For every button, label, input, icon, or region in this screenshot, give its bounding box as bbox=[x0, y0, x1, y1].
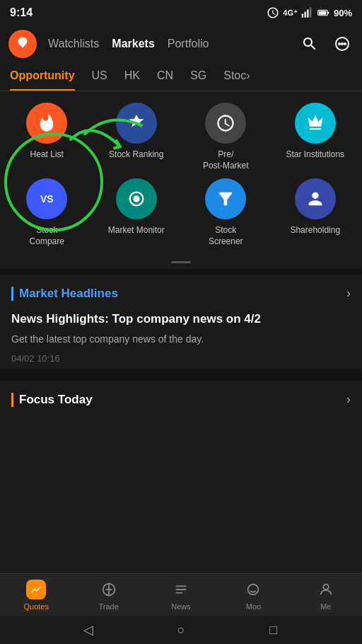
logo-icon bbox=[15, 36, 30, 52]
bottom-nav-moo[interactable]: Moo bbox=[217, 580, 289, 611]
search-icon bbox=[301, 35, 318, 52]
vs-text: VS bbox=[40, 193, 54, 205]
news-icon bbox=[173, 582, 189, 597]
bottom-nav-trade[interactable]: Trade bbox=[72, 580, 144, 611]
focus-today-header: Focus Today › bbox=[11, 392, 351, 407]
scroll-indicator bbox=[0, 258, 362, 269]
grid-item-stock-ranking[interactable]: Stock Ranking bbox=[95, 103, 178, 171]
filter-icon bbox=[216, 189, 235, 209]
focus-today-title[interactable]: Focus Today bbox=[11, 393, 93, 407]
heat-list-label: Heat List bbox=[30, 149, 64, 161]
network-icon: 4G⁺ bbox=[283, 8, 298, 18]
stock-compare-label: StockCompare bbox=[30, 225, 64, 247]
svg-rect-3 bbox=[310, 8, 311, 18]
market-headlines-title[interactable]: Market Headlines bbox=[11, 287, 118, 301]
svg-rect-0 bbox=[302, 14, 303, 18]
quotes-icon-wrap bbox=[26, 580, 46, 599]
messages-icon bbox=[334, 35, 351, 52]
svg-point-19 bbox=[323, 584, 328, 589]
alarm-icon bbox=[267, 6, 279, 19]
person-icon bbox=[318, 582, 334, 597]
android-recents[interactable]: □ bbox=[266, 622, 281, 638]
app-logo[interactable] bbox=[8, 30, 37, 58]
news-subtext: Get the latest top company news of the d… bbox=[11, 333, 351, 345]
trade-icon-wrap bbox=[99, 580, 119, 599]
tab-us[interactable]: US bbox=[92, 62, 107, 91]
tab-opportunity[interactable]: Opportunity bbox=[10, 62, 75, 91]
messages-button[interactable] bbox=[331, 33, 354, 55]
bottom-nav-quotes[interactable]: Quotes bbox=[0, 580, 72, 611]
quotes-label: Quotes bbox=[23, 602, 48, 611]
news-label: News bbox=[171, 602, 191, 611]
battery-icon bbox=[317, 6, 330, 19]
trade-label: Trade bbox=[98, 602, 118, 611]
stock-screener-icon bbox=[205, 178, 246, 219]
scroll-dot bbox=[171, 261, 191, 263]
top-nav: Watchlists Markets Portfolio bbox=[0, 25, 362, 62]
svg-point-9 bbox=[341, 43, 343, 45]
focus-today-chevron[interactable]: › bbox=[346, 392, 351, 407]
grid-item-stock-compare[interactable]: VS StockCompare bbox=[6, 178, 88, 247]
flame-icon bbox=[37, 113, 57, 133]
grid-item-star-institutions[interactable]: Star Institutions bbox=[274, 103, 357, 171]
moo-icon bbox=[245, 582, 261, 597]
stock-ranking-icon bbox=[116, 103, 157, 144]
trade-icon bbox=[101, 582, 117, 597]
grid-item-stock-screener[interactable]: StockScreener bbox=[185, 178, 267, 247]
monitor-icon bbox=[127, 189, 146, 209]
news-headline[interactable]: News Highlights: Top company news on 4/2 bbox=[11, 311, 351, 328]
stock-screener-label: StockScreener bbox=[209, 225, 243, 247]
svg-point-12 bbox=[133, 196, 139, 202]
search-button[interactable] bbox=[298, 33, 321, 55]
stock-compare-icon: VS bbox=[26, 178, 67, 219]
heat-list-icon bbox=[26, 103, 67, 144]
star-institutions-icon bbox=[295, 103, 336, 144]
shareholding-icon bbox=[295, 178, 336, 219]
person-chart-icon bbox=[305, 189, 325, 209]
android-nav-bar: ◁ ○ □ bbox=[0, 616, 362, 644]
moo-icon-wrap bbox=[243, 580, 263, 599]
pre-post-label: Pre/Post-Market bbox=[203, 149, 249, 171]
bottom-nav-news[interactable]: News bbox=[145, 580, 217, 611]
market-headlines-chevron[interactable]: › bbox=[346, 286, 351, 301]
bottom-nav-me[interactable]: Me bbox=[290, 580, 362, 611]
market-headlines-section: Market Headlines › News Highlights: Top … bbox=[0, 275, 362, 369]
android-home[interactable]: ○ bbox=[173, 622, 189, 638]
moo-label: Moo bbox=[246, 602, 261, 611]
nav-links: Watchlists Markets Portfolio bbox=[48, 38, 287, 50]
market-monitor-icon bbox=[116, 178, 157, 219]
status-bar: 9:14 4G⁺ 90% bbox=[0, 0, 362, 25]
nav-watchlists[interactable]: Watchlists bbox=[48, 38, 99, 50]
tabs-row: Opportunity US HK CN SG Stoc› bbox=[0, 62, 362, 91]
clock-layers-icon bbox=[216, 113, 235, 133]
svg-rect-2 bbox=[307, 10, 308, 18]
nav-markets[interactable]: Markets bbox=[112, 38, 154, 50]
tab-sg[interactable]: SG bbox=[190, 62, 206, 91]
status-time: 9:14 bbox=[10, 6, 33, 19]
status-icons: 4G⁺ 90% bbox=[267, 6, 352, 19]
market-monitor-label: Market Monitor bbox=[108, 225, 165, 236]
tab-stoc[interactable]: Stoc› bbox=[223, 62, 250, 91]
ranking-icon bbox=[127, 113, 146, 133]
svg-rect-1 bbox=[304, 12, 305, 18]
svg-rect-5 bbox=[327, 12, 329, 14]
signal-icon bbox=[301, 6, 314, 19]
quotes-icon bbox=[30, 582, 42, 597]
bottom-spacer bbox=[0, 415, 362, 500]
grid-item-pre-post[interactable]: Pre/Post-Market bbox=[185, 103, 267, 171]
grid-item-heat-list[interactable]: Heat List bbox=[6, 103, 88, 171]
svg-point-8 bbox=[339, 43, 340, 45]
pre-post-icon bbox=[205, 103, 246, 144]
battery-percent: 90% bbox=[334, 8, 352, 18]
shareholding-label: Shareholding bbox=[290, 225, 340, 236]
android-back[interactable]: ◁ bbox=[81, 622, 96, 638]
star-institutions-label: Star Institutions bbox=[286, 149, 344, 161]
tab-cn[interactable]: CN bbox=[157, 62, 173, 91]
bottom-nav: Quotes Trade News Moo Me bbox=[0, 573, 362, 616]
nav-portfolio[interactable]: Portfolio bbox=[168, 38, 209, 50]
grid-item-shareholding[interactable]: Shareholding bbox=[274, 178, 357, 247]
svg-point-10 bbox=[344, 43, 346, 45]
tab-hk[interactable]: HK bbox=[124, 62, 140, 91]
me-label: Me bbox=[320, 602, 331, 611]
grid-item-market-monitor[interactable]: Market Monitor bbox=[95, 178, 178, 247]
